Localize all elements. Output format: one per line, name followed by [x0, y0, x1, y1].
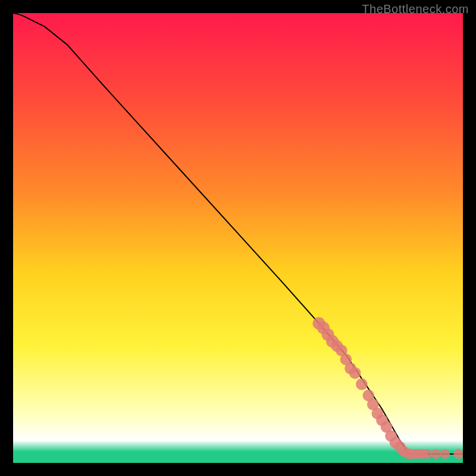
marker-dot [422, 449, 432, 459]
chart-background [13, 13, 463, 463]
marker-dot [440, 449, 450, 459]
marker-dot [453, 449, 463, 459]
marker-dot [356, 378, 368, 390]
chart-svg [13, 13, 463, 463]
chart-plot-area [13, 13, 463, 463]
marker-dot [349, 367, 361, 379]
watermark-text: TheBottleneck.com [362, 2, 469, 16]
chart-stage: TheBottleneck.com [0, 0, 476, 476]
marker-dot [431, 449, 441, 459]
